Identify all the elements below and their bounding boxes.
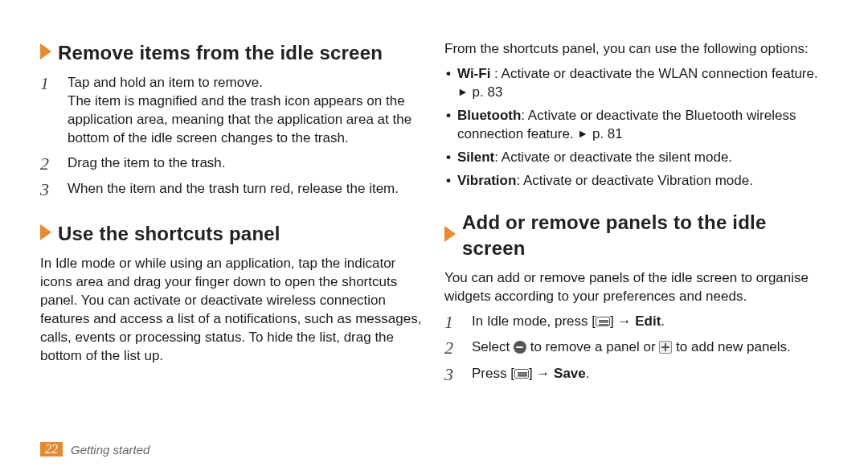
- step-number: 3: [40, 180, 56, 199]
- svg-marker-1: [40, 224, 51, 240]
- option-text: : Activate or deactivate Vibration mode.: [516, 173, 753, 188]
- chevron-right-icon: [444, 223, 456, 248]
- steps-list: 1 In Idle mode, press [] → Edit. 2 Selec…: [444, 313, 829, 384]
- step-number: 1: [40, 74, 56, 148]
- option-label: Bluetooth: [457, 108, 521, 123]
- step-text: to add new panels.: [672, 339, 790, 354]
- section-title: Use the shortcuts panel: [58, 221, 280, 247]
- step-text: Press [: [472, 366, 514, 381]
- page-ref: p. 83: [473, 84, 503, 100]
- step-body: Select to remove a panel or to add new p…: [472, 338, 791, 358]
- step-text: Tap and hold an item to remove.: [68, 74, 425, 92]
- option-label: Silent: [457, 149, 494, 165]
- options-list: Wi-Fi : Activate or deactivate the WLAN …: [444, 65, 829, 190]
- right-column: From the shortcuts panel, you can use th…: [444, 40, 829, 391]
- step-item: 1 In Idle mode, press [] → Edit.: [444, 313, 829, 332]
- step-text: .: [661, 313, 665, 329]
- chapter-title: Getting started: [71, 443, 149, 457]
- step-text: The item is magnified and the trash icon…: [68, 92, 425, 148]
- step-text: to remove a panel or: [526, 339, 659, 354]
- section-heading-shortcuts: Use the shortcuts panel: [40, 221, 425, 247]
- page-number: 22: [40, 442, 63, 457]
- step-item: 3 Press [] → Save.: [444, 365, 829, 384]
- section-heading-add-remove-panels: Add or remove panels to the idle screen: [444, 210, 829, 262]
- list-item: Silent: Activate or deactivate the silen…: [444, 149, 829, 167]
- section-title: Remove items from the idle screen: [58, 40, 383, 66]
- step-number: 2: [444, 338, 461, 358]
- step-item: 2 Select to remove a panel or to add new…: [444, 338, 829, 358]
- add-icon: [659, 341, 672, 354]
- option-text: : Activate or deactivate the WLAN connec…: [490, 66, 817, 81]
- step-item: 1 Tap and hold an item to remove. The it…: [40, 74, 425, 148]
- step-number: 3: [444, 365, 461, 384]
- list-item: Vibration: Activate or deactivate Vibrat…: [444, 172, 829, 190]
- menu-icon: [514, 369, 529, 379]
- step-body: In Idle mode, press [] → Edit.: [472, 313, 665, 332]
- step-body: Tap and hold an item to remove. The item…: [68, 74, 425, 148]
- triangle-icon: ►: [577, 126, 588, 141]
- option-text: : Activate or deactivate the silent mode…: [494, 149, 732, 165]
- step-number: 2: [40, 154, 56, 174]
- page-ref: p. 81: [592, 126, 623, 141]
- steps-list: 1 Tap and hold an item to remove. The it…: [40, 74, 425, 199]
- step-text: In Idle mode, press [: [472, 313, 596, 329]
- step-text: ] →: [529, 366, 554, 381]
- page: Remove items from the idle screen 1 Tap …: [0, 0, 868, 471]
- menu-icon: [596, 317, 610, 326]
- left-column: Remove items from the idle screen 1 Tap …: [40, 40, 425, 391]
- chevron-right-icon: [40, 40, 51, 66]
- svg-marker-2: [444, 226, 456, 242]
- svg-marker-0: [40, 43, 51, 59]
- list-item: Bluetooth: Activate or deactivate the Bl…: [444, 107, 829, 144]
- bold-label: Save: [554, 366, 586, 381]
- page-footer: 22 Getting started: [40, 442, 149, 457]
- paragraph: From the shortcuts panel, you can use th…: [444, 40, 829, 59]
- step-text: .: [586, 366, 590, 381]
- paragraph: In Idle mode or while using an applicati…: [40, 255, 425, 366]
- step-item: 2 Drag the item to the trash.: [40, 154, 425, 174]
- triangle-icon: ►: [457, 84, 469, 100]
- section-title: Add or remove panels to the idle screen: [462, 210, 829, 262]
- chevron-right-icon: [40, 221, 51, 247]
- bold-label: Edit: [635, 313, 661, 329]
- step-text: When the item and the trash turn red, re…: [68, 180, 399, 199]
- step-body: Press [] → Save.: [472, 365, 590, 384]
- step-text: ] →: [610, 313, 635, 329]
- option-label: Wi-Fi: [457, 66, 490, 81]
- paragraph: You can add or remove panels of the idle…: [444, 269, 829, 306]
- step-item: 3 When the item and the trash turn red, …: [40, 180, 425, 199]
- option-label: Vibration: [457, 173, 516, 188]
- step-number: 1: [444, 313, 461, 332]
- list-item: Wi-Fi : Activate or deactivate the WLAN …: [444, 65, 829, 102]
- remove-icon: [514, 341, 526, 354]
- section-heading-remove-items: Remove items from the idle screen: [40, 40, 425, 66]
- step-text: Select: [472, 339, 514, 354]
- two-column-layout: Remove items from the idle screen 1 Tap …: [40, 40, 829, 391]
- step-text: Drag the item to the trash.: [68, 154, 226, 174]
